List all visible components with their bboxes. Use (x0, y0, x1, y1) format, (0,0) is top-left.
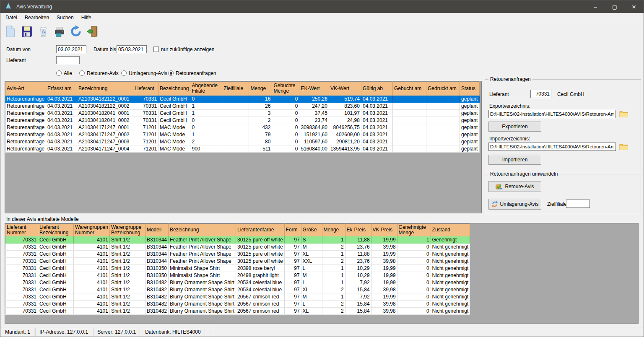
cell[interactable]: 3098364,80 (299, 124, 329, 131)
cell[interactable]: Nicht genehmigt (431, 251, 470, 258)
cell[interactable]: 247,20 (299, 103, 329, 110)
cell[interactable]: Cecil GmbH (38, 236, 74, 244)
cell[interactable]: 4101 (74, 293, 110, 301)
cell[interactable]: B310482 (145, 301, 168, 308)
cell[interactable]: 4101 (74, 258, 110, 265)
table-row[interactable]: Retourenanfrage04.03.2021A210304182122_0… (5, 96, 480, 103)
cell[interactable]: Cecil GmbH (38, 251, 74, 258)
cell[interactable]: 2 (322, 258, 345, 265)
cell[interactable]: 04.03.2021 (46, 138, 77, 145)
cell[interactable]: 101,97 (329, 110, 361, 117)
cell[interactable]: 30125 pure off white (236, 251, 285, 258)
cell[interactable]: 70331 (5, 251, 38, 258)
column-header[interactable]: Abgebende Filiale (190, 82, 222, 96)
cell[interactable]: Shirt 1/2 (109, 272, 145, 279)
cell[interactable]: 70331 (5, 301, 38, 308)
cell[interactable]: 19,99 (371, 293, 397, 301)
table-row[interactable]: 70331Cecil GmbH4101Shirt 1/2B310482Blurr… (5, 308, 470, 315)
cell[interactable]: 04.03.2021 (46, 131, 77, 138)
radio-umlagerung-avis-label[interactable]: Umlagerung-Avis (129, 70, 167, 76)
cell[interactable]: 0 (272, 138, 299, 145)
cell[interactable]: 97 (284, 301, 301, 308)
export-dir-input[interactable] (488, 110, 616, 118)
cell[interactable]: 15,84 (345, 286, 371, 293)
cell[interactable]: Shirt 1/2 (109, 286, 145, 293)
cell[interactable] (426, 131, 460, 138)
cell[interactable]: 2 (190, 138, 222, 145)
cell[interactable]: XXL (301, 258, 322, 265)
cell[interactable]: L (301, 301, 322, 308)
column-header[interactable]: Zielfiliale (222, 82, 249, 96)
cell[interactable]: 1 (322, 265, 345, 272)
cell[interactable]: Retourenanfrage (5, 124, 46, 131)
datum-von-input[interactable] (56, 45, 86, 53)
cell[interactable]: geplant (460, 103, 479, 110)
table-row[interactable]: 70331Cecil GmbH4101Shirt 1/2B310482Blurr… (5, 301, 470, 308)
cell[interactable]: M (301, 244, 322, 251)
cell[interactable]: 0 (272, 117, 299, 124)
cell[interactable]: 0 (190, 96, 222, 103)
cell[interactable]: 97 (284, 308, 301, 315)
cell[interactable]: Blurry Ornament Shape Shirt (168, 308, 236, 315)
cell[interactable]: B310482 (145, 279, 168, 286)
cell[interactable]: 0 (397, 293, 431, 301)
cell[interactable]: A210304171247_0003 (77, 138, 133, 145)
refresh-button[interactable] (69, 24, 83, 39)
cell[interactable]: 1 (190, 131, 222, 138)
cell[interactable] (426, 103, 460, 110)
cell[interactable]: 5160840,00 (299, 145, 329, 153)
cell[interactable]: A210304182041_0002 (77, 117, 133, 124)
cell[interactable]: 23,76 (345, 244, 371, 251)
cell[interactable]: 04.03.2021 (361, 117, 392, 124)
cell[interactable] (426, 110, 460, 117)
radio-retouren-avis-label[interactable]: Retouren-Avis (87, 70, 119, 76)
cell[interactable]: B310482 (145, 293, 168, 301)
cell[interactable] (392, 138, 426, 145)
new-document-button[interactable] (3, 24, 18, 39)
cell[interactable]: B310350 (145, 265, 168, 272)
cell[interactable]: 70331 (5, 308, 38, 315)
column-header[interactable]: Gedruckt am (426, 82, 460, 96)
menu-bearbeiten[interactable]: Bearbeiten (21, 13, 53, 22)
cell[interactable]: 70331 (5, 244, 38, 251)
cell[interactable]: XL (301, 286, 322, 293)
column-header[interactable]: Erfasst am (46, 82, 77, 96)
cell[interactable] (222, 117, 249, 124)
cell[interactable]: Nicht genehmigt (431, 244, 470, 251)
menu-hilfe[interactable]: Hilfe (78, 13, 95, 22)
menu-datei[interactable]: Datei (2, 13, 21, 22)
cell[interactable]: Retourenanfrage (5, 131, 46, 138)
cell[interactable]: 80 (249, 138, 272, 145)
column-header[interactable]: Bezeichnung (158, 82, 190, 96)
column-header[interactable]: Größe (301, 224, 322, 236)
column-header[interactable]: Status (460, 82, 479, 96)
cell[interactable]: 0 (190, 117, 222, 124)
column-header[interactable]: Lieferant (133, 82, 158, 96)
cell[interactable]: 79 (249, 131, 272, 138)
cell[interactable]: 4101 (74, 286, 110, 293)
cell[interactable]: Retourenanfrage (5, 96, 46, 103)
cell[interactable]: 20567 crimson red (236, 301, 285, 308)
cell[interactable]: 0 (397, 272, 431, 279)
import-dir-browse-button[interactable] (619, 143, 628, 151)
cell[interactable]: 23,76 (345, 258, 371, 265)
cell[interactable]: Feather Print Allover Shape (168, 236, 236, 244)
cell[interactable]: L (301, 279, 322, 286)
cell[interactable]: 19,99 (371, 251, 397, 258)
cell[interactable]: 0 (272, 124, 299, 131)
column-header[interactable]: Lieferant Bezeichnung (38, 224, 74, 236)
column-header[interactable]: Menge (322, 224, 345, 236)
cell[interactable]: 4101 (74, 301, 110, 308)
cell[interactable]: 0 (397, 258, 431, 265)
cell[interactable] (426, 145, 460, 153)
cell[interactable]: 19,99 (371, 265, 397, 272)
column-header[interactable]: Form (284, 224, 301, 236)
cell[interactable] (426, 96, 460, 103)
cell[interactable]: 37,45 (299, 110, 329, 117)
cell[interactable]: A210304182122_0002 (77, 103, 133, 110)
cell[interactable] (426, 117, 460, 124)
cell[interactable]: Genehmigt (431, 236, 470, 244)
export-dir-browse-button[interactable] (619, 111, 628, 119)
cell[interactable] (392, 96, 426, 103)
cell[interactable]: 13594413,95 (329, 145, 361, 153)
